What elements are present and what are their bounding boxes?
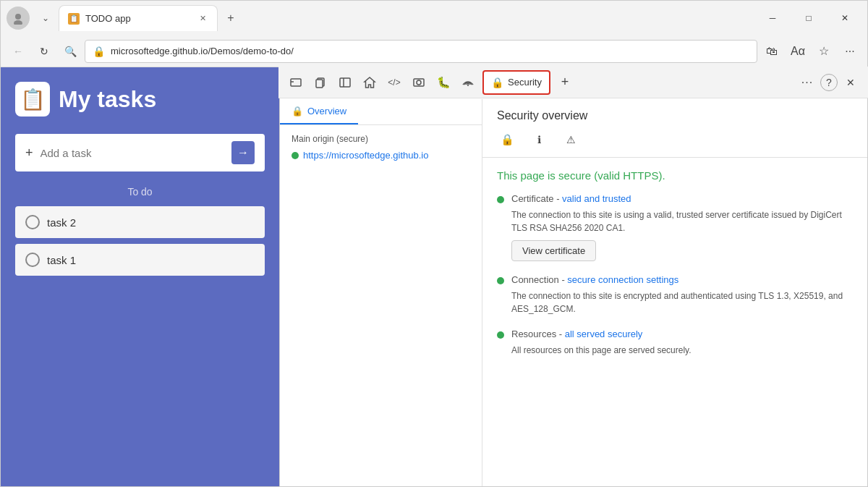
active-tab[interactable]: 📋 TODO app ✕ [59, 5, 218, 31]
origin-link-row: https://microsoftedge.github.io [292, 150, 470, 161]
task-item-1: task 2 [15, 206, 265, 238]
task-checkbox-1[interactable] [25, 215, 40, 229]
home-btn[interactable] [358, 71, 381, 94]
certificate-dot [497, 196, 504, 203]
svg-point-1 [14, 20, 22, 25]
connection-dot [497, 277, 504, 284]
devtools-panel: </> 🐛 🔒 Security + ··· ? ✕ [279, 67, 867, 486]
app-title: My tasks [59, 86, 156, 113]
refresh-btn[interactable]: ↻ [33, 40, 56, 63]
copy-tool-btn[interactable] [309, 71, 332, 94]
task-checkbox-2[interactable] [25, 253, 40, 267]
svg-point-0 [15, 14, 21, 20]
certificate-item: Certificate - valid and trusted The conn… [497, 193, 853, 261]
task-text-2: task 1 [47, 254, 76, 266]
connection-title: Connection - secure connection settings [511, 274, 678, 285]
profile-icon[interactable] [7, 7, 30, 30]
resources-header: Resources - all served securely [497, 329, 853, 339]
security-content: This page is secure (valid HTTPS). Certi… [482, 158, 867, 381]
origin-label: Main origin (secure) [292, 134, 470, 144]
search-btn[interactable]: 🔍 [59, 40, 82, 63]
help-btn[interactable]: ? [820, 74, 838, 91]
todo-label: To do [15, 186, 265, 198]
lock-tab-icon[interactable]: 🔒 [497, 130, 517, 150]
sidebar-tool-btn[interactable] [333, 71, 357, 94]
svg-marker-7 [365, 77, 375, 88]
network-btn[interactable] [456, 71, 480, 94]
security-header: Security overview 🔒 ℹ ⚠ [482, 99, 867, 158]
browser-window: ⌄ 📋 TODO app ✕ + ─ □ ✕ ← ↻ 🔍 🔒 microsoft… [0, 0, 868, 487]
certificate-header: Certificate - valid and trusted [497, 193, 853, 204]
connection-item: Connection - secure connection settings … [497, 274, 853, 316]
bug-tool-btn[interactable]: 🐛 [432, 71, 455, 94]
task-item-2: task 1 [15, 244, 265, 276]
certificate-link[interactable]: valid and trusted [562, 193, 631, 204]
source-view-btn[interactable]: </> [383, 71, 406, 94]
resources-item: Resources - all served securely All reso… [497, 329, 853, 357]
screen-capture-btn[interactable] [407, 71, 430, 94]
read-aloud-btn[interactable]: Aα [786, 40, 809, 63]
tab-close-btn[interactable]: ✕ [197, 13, 208, 25]
app-header: 📋 My tasks [15, 82, 265, 117]
origin-dot [292, 152, 299, 159]
connection-header: Connection - secure connection settings [497, 274, 853, 285]
overview-lock-icon: 🔒 [292, 106, 303, 117]
view-certificate-btn[interactable]: View certificate [511, 240, 596, 261]
devtools-toolbar: </> 🐛 🔒 Security + ··· ? ✕ [279, 67, 867, 98]
address-lock-icon: 🔒 [93, 46, 105, 57]
security-lock-icon: 🔒 [491, 77, 503, 88]
maximize-btn[interactable]: □ [792, 7, 825, 30]
content-area: 📋 My tasks + → To do task 2 task 1 [1, 67, 867, 486]
address-bar[interactable]: 🔒 microsoftedge.github.io/Demos/demo-to-… [85, 40, 757, 63]
svg-rect-5 [340, 78, 350, 87]
svg-point-9 [417, 80, 421, 85]
nav-icons-right: 🛍 Aα ☆ ··· [760, 40, 861, 63]
webpage: 📋 My tasks + → To do task 2 task 1 [1, 67, 279, 486]
info-tab-icon[interactable]: ℹ [529, 130, 549, 150]
close-btn[interactable]: ✕ [828, 7, 861, 30]
connection-link[interactable]: secure connection settings [567, 274, 678, 285]
tab-title: TODO app [85, 13, 191, 24]
screenshot-tool-btn[interactable] [284, 71, 307, 94]
title-bar-controls: ─ □ ✕ [756, 7, 861, 30]
secure-message: This page is secure (valid HTTPS). [497, 169, 853, 182]
origin-section: Main origin (secure) https://microsofted… [280, 125, 482, 169]
favorites-btn[interactable]: ☆ [812, 40, 835, 63]
address-text: microsoftedge.github.io/Demos/demo-to-do… [111, 46, 749, 56]
tab-overflow-btn[interactable]: ⌄ [35, 8, 56, 28]
close-devtools-btn[interactable]: ✕ [839, 71, 862, 94]
add-tool-btn[interactable]: + [553, 71, 576, 94]
resources-desc: All resources on this page are served se… [511, 344, 853, 357]
resources-dot [497, 331, 504, 339]
add-task-input[interactable] [41, 147, 224, 159]
overview-label: Overview [307, 106, 346, 117]
tabs-area: 📋 TODO app ✕ + [59, 1, 753, 35]
certificate-title: Certificate - valid and trusted [511, 193, 631, 204]
origin-url-link[interactable]: https://microsoftedge.github.io [303, 150, 428, 161]
more-tools-btn[interactable]: ··· [796, 71, 819, 94]
warning-tab-icon[interactable]: ⚠ [561, 130, 581, 150]
more-btn[interactable]: ··· [838, 40, 861, 63]
resources-title: Resources - all served securely [511, 329, 642, 339]
collections-btn[interactable]: 🛍 [760, 40, 783, 63]
nav-bar: ← ↻ 🔍 🔒 microsoftedge.github.io/Demos/de… [1, 35, 867, 67]
back-btn[interactable]: ← [7, 40, 30, 63]
security-panel-btn[interactable]: 🔒 Security [482, 70, 550, 95]
certificate-desc: The connection to this site is using a v… [511, 208, 853, 234]
overview-nav-item[interactable]: 🔒 Overview [280, 99, 358, 124]
minimize-btn[interactable]: ─ [756, 7, 789, 30]
resources-link[interactable]: all served securely [565, 329, 643, 339]
add-task-arrow-btn[interactable]: → [231, 141, 255, 164]
devtools-right-panel: Security overview 🔒 ℹ ⚠ This page is sec… [482, 99, 867, 486]
connection-desc: The connection to this site is encrypted… [511, 289, 853, 316]
svg-rect-4 [316, 80, 323, 88]
svg-point-10 [467, 85, 469, 86]
title-bar: ⌄ 📋 TODO app ✕ + ─ □ ✕ [1, 1, 867, 35]
security-panel-title: Security overview [497, 109, 853, 122]
new-tab-button[interactable]: + [221, 8, 241, 28]
svg-rect-2 [291, 79, 301, 86]
add-task-plus-icon: + [25, 145, 33, 161]
security-btn-label: Security [508, 77, 542, 88]
add-task-row: + → [15, 134, 265, 171]
tab-favicon: 📋 [68, 13, 80, 25]
